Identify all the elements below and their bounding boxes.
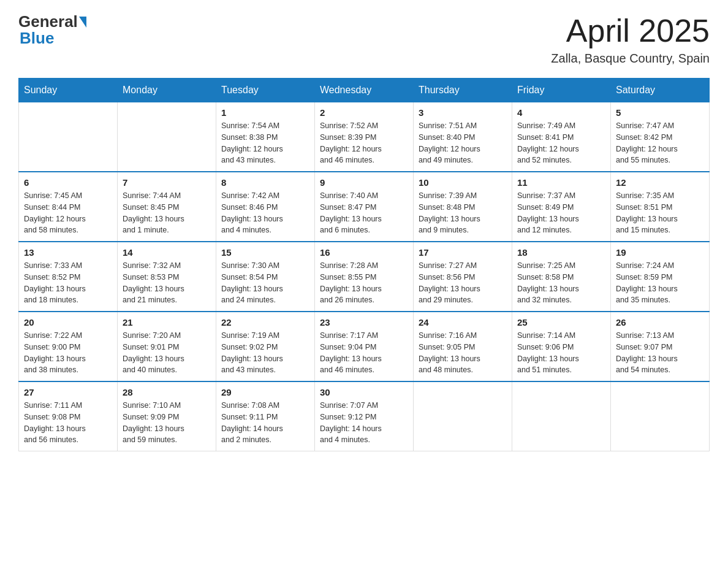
day-number: 28 [123,387,211,397]
column-header-sunday: Sunday [19,79,118,102]
calendar-cell: 7Sunrise: 7:44 AMSunset: 8:45 PMDaylight… [118,172,216,242]
day-number: 24 [419,317,507,327]
day-info: Sunrise: 7:54 AMSunset: 8:38 PMDaylight:… [221,120,309,166]
calendar-week-3: 13Sunrise: 7:33 AMSunset: 8:52 PMDayligh… [19,242,710,312]
day-info: Sunrise: 7:20 AMSunset: 9:01 PMDaylight:… [123,330,211,376]
day-info: Sunrise: 7:39 AMSunset: 8:48 PMDaylight:… [419,190,507,236]
day-number: 16 [320,247,408,258]
day-number: 21 [123,317,211,327]
calendar-cell: 8Sunrise: 7:42 AMSunset: 8:46 PMDaylight… [216,172,315,242]
calendar-cell [414,381,512,451]
day-number: 17 [419,247,507,258]
calendar-cell: 25Sunrise: 7:14 AMSunset: 9:06 PMDayligh… [512,312,611,381]
day-info: Sunrise: 7:40 AMSunset: 8:47 PMDaylight:… [320,190,408,236]
day-info: Sunrise: 7:45 AMSunset: 8:44 PMDaylight:… [24,190,112,236]
calendar-cell: 21Sunrise: 7:20 AMSunset: 9:01 PMDayligh… [118,312,216,381]
day-info: Sunrise: 7:33 AMSunset: 8:52 PMDaylight:… [24,260,112,306]
calendar-cell: 26Sunrise: 7:13 AMSunset: 9:07 PMDayligh… [611,312,710,381]
day-info: Sunrise: 7:13 AMSunset: 9:07 PMDaylight:… [616,330,704,376]
calendar-cell: 2Sunrise: 7:52 AMSunset: 8:39 PMDaylight… [315,102,414,172]
day-info: Sunrise: 7:14 AMSunset: 9:06 PMDaylight:… [517,330,605,376]
day-number: 4 [517,107,605,118]
day-number: 11 [517,177,605,188]
calendar-cell: 10Sunrise: 7:39 AMSunset: 8:48 PMDayligh… [414,172,512,242]
logo: General Blue [18,12,88,48]
day-number: 13 [24,247,112,258]
logo-blue-text: Blue [20,29,54,48]
day-info: Sunrise: 7:52 AMSunset: 8:39 PMDaylight:… [320,120,408,166]
month-title: April 2025 [551,12,710,49]
column-header-monday: Monday [118,79,216,102]
day-number: 2 [320,107,408,118]
calendar-cell: 13Sunrise: 7:33 AMSunset: 8:52 PMDayligh… [19,242,118,312]
logo-arrow-icon [79,17,86,28]
day-number: 8 [221,177,309,188]
day-number: 25 [517,317,605,327]
column-header-tuesday: Tuesday [216,79,315,102]
calendar-cell: 22Sunrise: 7:19 AMSunset: 9:02 PMDayligh… [216,312,315,381]
calendar-cell: 14Sunrise: 7:32 AMSunset: 8:53 PMDayligh… [118,242,216,312]
page-header: General Blue April 2025 Zalla, Basque Co… [18,12,710,66]
day-number: 3 [419,107,507,118]
calendar-week-5: 27Sunrise: 7:11 AMSunset: 9:08 PMDayligh… [19,381,710,451]
calendar-cell: 9Sunrise: 7:40 AMSunset: 8:47 PMDaylight… [315,172,414,242]
day-number: 15 [221,247,309,258]
calendar-cell: 11Sunrise: 7:37 AMSunset: 8:49 PMDayligh… [512,172,611,242]
calendar-cell: 20Sunrise: 7:22 AMSunset: 9:00 PMDayligh… [19,312,118,381]
day-number: 22 [221,317,309,327]
day-info: Sunrise: 7:19 AMSunset: 9:02 PMDaylight:… [221,330,309,376]
day-info: Sunrise: 7:17 AMSunset: 9:04 PMDaylight:… [320,330,408,376]
column-header-wednesday: Wednesday [315,79,414,102]
calendar-cell [118,102,216,172]
day-info: Sunrise: 7:25 AMSunset: 8:58 PMDaylight:… [517,260,605,306]
day-info: Sunrise: 7:22 AMSunset: 9:00 PMDaylight:… [24,330,112,376]
day-info: Sunrise: 7:11 AMSunset: 9:08 PMDaylight:… [24,400,112,446]
calendar-cell [19,102,118,172]
day-info: Sunrise: 7:24 AMSunset: 8:59 PMDaylight:… [616,260,704,306]
title-section: April 2025 Zalla, Basque Country, Spain [551,12,710,66]
calendar-cell: 1Sunrise: 7:54 AMSunset: 8:38 PMDaylight… [216,102,315,172]
calendar-cell: 12Sunrise: 7:35 AMSunset: 8:51 PMDayligh… [611,172,710,242]
calendar-cell: 3Sunrise: 7:51 AMSunset: 8:40 PMDaylight… [414,102,512,172]
day-number: 27 [24,387,112,397]
column-header-saturday: Saturday [611,79,710,102]
day-info: Sunrise: 7:49 AMSunset: 8:41 PMDaylight:… [517,120,605,166]
day-number: 7 [123,177,211,188]
day-info: Sunrise: 7:27 AMSunset: 8:56 PMDaylight:… [419,260,507,306]
day-number: 19 [616,247,704,258]
calendar-cell: 23Sunrise: 7:17 AMSunset: 9:04 PMDayligh… [315,312,414,381]
calendar-week-1: 1Sunrise: 7:54 AMSunset: 8:38 PMDaylight… [19,102,710,172]
day-info: Sunrise: 7:07 AMSunset: 9:12 PMDaylight:… [320,400,408,446]
calendar-cell [611,381,710,451]
column-header-friday: Friday [512,79,611,102]
calendar-cell: 17Sunrise: 7:27 AMSunset: 8:56 PMDayligh… [414,242,512,312]
day-info: Sunrise: 7:51 AMSunset: 8:40 PMDaylight:… [419,120,507,166]
day-number: 5 [616,107,704,118]
calendar-cell: 30Sunrise: 7:07 AMSunset: 9:12 PMDayligh… [315,381,414,451]
calendar-cell: 29Sunrise: 7:08 AMSunset: 9:11 PMDayligh… [216,381,315,451]
day-number: 10 [419,177,507,188]
calendar-cell [512,381,611,451]
day-number: 23 [320,317,408,327]
day-info: Sunrise: 7:42 AMSunset: 8:46 PMDaylight:… [221,190,309,236]
day-info: Sunrise: 7:32 AMSunset: 8:53 PMDaylight:… [123,260,211,306]
column-header-thursday: Thursday [414,79,512,102]
calendar-cell: 24Sunrise: 7:16 AMSunset: 9:05 PMDayligh… [414,312,512,381]
day-info: Sunrise: 7:30 AMSunset: 8:54 PMDaylight:… [221,260,309,306]
calendar-cell: 27Sunrise: 7:11 AMSunset: 9:08 PMDayligh… [19,381,118,451]
calendar-cell: 5Sunrise: 7:47 AMSunset: 8:42 PMDaylight… [611,102,710,172]
calendar-week-2: 6Sunrise: 7:45 AMSunset: 8:44 PMDaylight… [19,172,710,242]
day-number: 18 [517,247,605,258]
day-info: Sunrise: 7:28 AMSunset: 8:55 PMDaylight:… [320,260,408,306]
calendar-week-4: 20Sunrise: 7:22 AMSunset: 9:00 PMDayligh… [19,312,710,381]
day-number: 6 [24,177,112,188]
day-number: 12 [616,177,704,188]
day-info: Sunrise: 7:35 AMSunset: 8:51 PMDaylight:… [616,190,704,236]
day-number: 26 [616,317,704,327]
calendar-cell: 4Sunrise: 7:49 AMSunset: 8:41 PMDaylight… [512,102,611,172]
calendar-table: SundayMondayTuesdayWednesdayThursdayFrid… [18,78,710,451]
calendar-cell: 19Sunrise: 7:24 AMSunset: 8:59 PMDayligh… [611,242,710,312]
day-number: 20 [24,317,112,327]
day-info: Sunrise: 7:47 AMSunset: 8:42 PMDaylight:… [616,120,704,166]
calendar-cell: 15Sunrise: 7:30 AMSunset: 8:54 PMDayligh… [216,242,315,312]
